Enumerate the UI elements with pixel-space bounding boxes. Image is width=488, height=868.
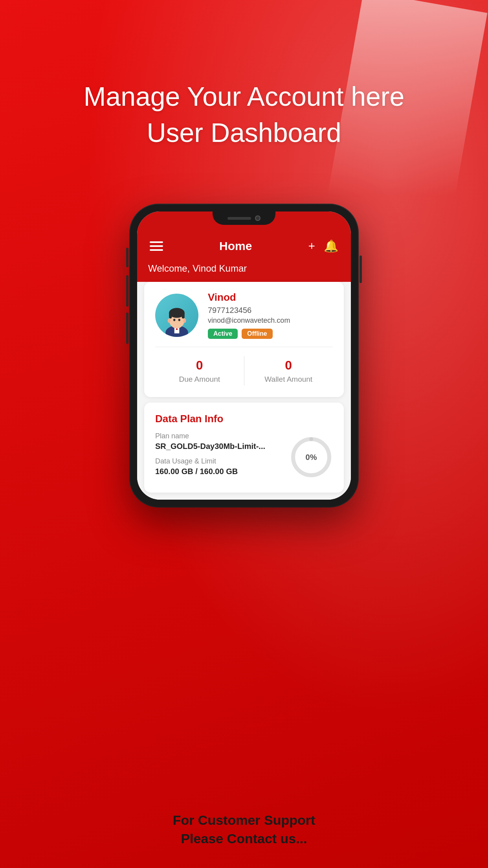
app-content: Vinod 7977123456 vinod@iconwavetech.com … <box>137 282 351 500</box>
support-text: For Customer Support Please Contact us..… <box>0 811 488 848</box>
notch-bar <box>137 211 351 232</box>
phone-volume-down-button <box>126 275 128 307</box>
wallet-amount-label: Wallet Amount <box>244 375 333 384</box>
profile-badges: Active Offline <box>208 329 333 339</box>
hamburger-line-3 <box>150 249 163 251</box>
topbar-action-icons: + 🔔 <box>308 239 338 253</box>
phone-mockup: Home + 🔔 Welcome, Vinod Kumar <box>130 204 358 507</box>
data-plan-info-col: Plan name SR_GOLD5-Day30Mb-Limit-... Dat… <box>155 432 282 482</box>
hero-header: Manage Your Account here User Dashboard <box>0 79 488 151</box>
notch-camera <box>255 215 261 221</box>
svg-point-8 <box>173 318 175 321</box>
welcome-text: Welcome, Vinod Kumar <box>148 263 247 274</box>
profile-phone: 7977123456 <box>208 306 333 315</box>
usage-value: 160.00 GB / 160.00 GB <box>155 467 282 476</box>
svg-rect-6 <box>169 312 172 318</box>
svg-point-9 <box>178 318 180 321</box>
phone-notch <box>213 211 275 225</box>
svg-point-10 <box>168 318 171 323</box>
svg-rect-7 <box>182 312 185 318</box>
progress-label: 0% <box>306 453 317 462</box>
avatar <box>155 294 198 337</box>
plan-name-label: Plan name <box>155 432 282 440</box>
amounts-row: 0 Due Amount 0 Wallet Amount <box>155 354 333 388</box>
profile-info: Vinod 7977123456 vinod@iconwavetech.com … <box>208 291 333 339</box>
plan-name-value: SR_GOLD5-Day30Mb-Limit-... <box>155 442 282 451</box>
notch-speaker <box>227 217 251 220</box>
profile-name: Vinod <box>208 291 333 303</box>
card-divider <box>155 347 333 347</box>
hero-title-line1: Manage Your Account here <box>0 79 488 115</box>
phone-silent-button <box>126 313 128 344</box>
phone-screen: Home + 🔔 Welcome, Vinod Kumar <box>137 211 351 500</box>
data-plan-card: Data Plan Info Plan name SR_GOLD5-Day30M… <box>144 403 344 493</box>
badge-offline: Offline <box>242 329 273 339</box>
usage-label: Data Usage & Limit <box>155 457 282 465</box>
profile-email: vinod@iconwavetech.com <box>208 316 333 325</box>
topbar-title: Home <box>219 239 252 253</box>
due-amount-label: Due Amount <box>155 375 244 384</box>
profile-card: Vinod 7977123456 vinod@iconwavetech.com … <box>144 282 344 397</box>
svg-point-11 <box>183 318 186 323</box>
due-amount-block: 0 Due Amount <box>155 354 244 388</box>
due-amount-value: 0 <box>155 358 244 373</box>
bell-icon[interactable]: 🔔 <box>324 239 338 253</box>
wallet-amount-value: 0 <box>244 358 333 373</box>
hamburger-line-1 <box>150 241 163 243</box>
add-icon[interactable]: + <box>308 239 315 253</box>
data-plan-body: Plan name SR_GOLD5-Day30Mb-Limit-... Dat… <box>155 432 333 482</box>
support-line2: Please Contact us... <box>0 829 488 848</box>
hamburger-line-2 <box>150 245 163 247</box>
data-plan-title: Data Plan Info <box>155 413 333 425</box>
phone-power-button <box>360 256 362 283</box>
hamburger-menu[interactable] <box>150 241 163 251</box>
hero-title-line2: User Dashboard <box>0 115 488 151</box>
profile-top-row: Vinod 7977123456 vinod@iconwavetech.com … <box>155 291 333 339</box>
app-topbar: Home + 🔔 <box>137 232 351 261</box>
welcome-bar: Welcome, Vinod Kumar <box>137 261 351 282</box>
support-line1: For Customer Support <box>0 811 488 830</box>
wallet-amount-block: 0 Wallet Amount <box>244 354 333 388</box>
badge-active: Active <box>208 329 238 339</box>
phone-volume-up-button <box>126 248 128 267</box>
progress-circle-container: 0% <box>290 436 333 479</box>
phone-shell: Home + 🔔 Welcome, Vinod Kumar <box>130 204 358 507</box>
